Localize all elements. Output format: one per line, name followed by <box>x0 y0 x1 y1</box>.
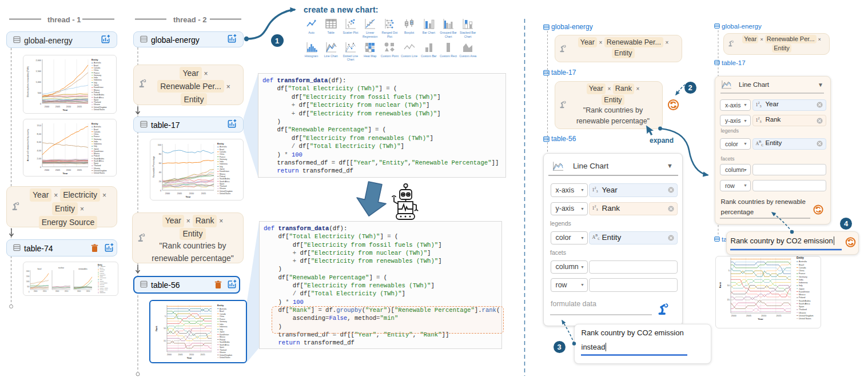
svg-text:2010: 2010 <box>189 192 194 195</box>
svg-text:100: 100 <box>158 144 161 146</box>
svg-text:15: 15 <box>727 298 730 301</box>
svg-text:Ukraine: Ukraine <box>799 312 806 314</box>
svg-text:nuclear: nuclear <box>58 267 64 269</box>
svg-text:Australia: Australia <box>220 308 226 310</box>
svg-text:0: 0 <box>40 103 41 105</box>
svg-text:2010: 2010 <box>66 106 71 108</box>
svg-text:80: 80 <box>159 153 161 155</box>
svg-text:Italy: Italy <box>220 328 223 331</box>
svg-text:500: 500 <box>27 286 30 288</box>
svg-text:c: c <box>564 45 566 48</box>
svg-text:Thailand: Thailand <box>799 308 807 311</box>
svg-text:Indonesia: Indonesia <box>799 282 808 284</box>
svg-text:Renewable Percentage: Renewable Percentage <box>153 156 155 177</box>
svg-text:1500: 1500 <box>26 275 30 278</box>
svg-text:2005: 2005 <box>55 169 60 171</box>
svg-text:2015: 2015 <box>77 106 82 108</box>
svg-text:Poland: Poland <box>220 339 225 341</box>
svg-text:Rank: Rank <box>719 282 722 288</box>
svg-text:fossil: fossil <box>38 268 42 270</box>
svg-text:Year: Year <box>63 109 68 111</box>
svg-text:Mexico: Mexico <box>799 294 805 296</box>
svg-text:60: 60 <box>159 162 161 165</box>
svg-text:13,0: 13,0 <box>37 125 41 127</box>
svg-text:United States: United States <box>220 356 230 359</box>
svg-text:2015: 2015 <box>77 169 82 171</box>
svg-text:Thailand: Thailand <box>100 292 106 294</box>
svg-text:5: 5 <box>165 315 166 318</box>
svg-text:40: 40 <box>159 171 161 174</box>
svg-text:Year: Year <box>758 318 763 320</box>
svg-text:1,500: 1,500 <box>35 70 41 73</box>
svg-text:2015: 2015 <box>777 314 782 317</box>
svg-text:2005: 2005 <box>55 106 60 108</box>
svg-text:2015: 2015 <box>201 192 206 195</box>
svg-text:Ukraine: Ukraine <box>220 351 226 354</box>
svg-text:15: 15 <box>164 340 166 342</box>
svg-text:China: China <box>799 270 804 272</box>
svg-text:500: 500 <box>38 92 41 94</box>
svg-text:Rank: Rank <box>156 325 158 331</box>
svg-text:renewables: renewables <box>78 268 87 270</box>
svg-text:Italy: Italy <box>799 284 803 287</box>
svg-text:United States: United States <box>799 318 811 320</box>
svg-text:2,00: 2,00 <box>37 158 41 160</box>
svg-text:c: c <box>564 101 566 104</box>
svg-text:Germany: Germany <box>799 276 807 278</box>
svg-text:Indonesia: Indonesia <box>220 326 228 328</box>
svg-text:Brazil: Brazil <box>799 264 804 266</box>
svg-text:Thailand: Thailand <box>220 349 226 351</box>
svg-text:Entity: Entity <box>91 122 98 125</box>
svg-text:1000: 1000 <box>26 280 30 283</box>
svg-text:Year: Year <box>63 172 68 175</box>
svg-text:Kazakhstan: Kazakhstan <box>799 291 810 293</box>
svg-text:Spain: Spain <box>220 346 224 348</box>
svg-text:5: 5 <box>728 269 730 272</box>
svg-text:2000: 2000 <box>167 354 172 356</box>
svg-text:2000: 2000 <box>45 106 49 108</box>
svg-text:2010: 2010 <box>86 290 90 292</box>
svg-text:Entity: Entity <box>217 142 224 145</box>
svg-text:United Kingdom: United Kingdom <box>799 315 814 317</box>
svg-text:10: 10 <box>164 327 166 330</box>
svg-text:2010: 2010 <box>66 169 71 171</box>
svg-text:Brazil: Brazil <box>220 310 224 312</box>
svg-text:4,00: 4,00 <box>37 150 41 152</box>
svg-text:France: France <box>799 272 805 275</box>
svg-text:1,000: 1,000 <box>35 81 41 83</box>
svg-text:2010: 2010 <box>43 290 47 292</box>
svg-text:Australia: Australia <box>799 260 807 263</box>
svg-text:2000: 2000 <box>45 169 49 171</box>
svg-text:United States: United States <box>94 172 105 174</box>
svg-text:2005: 2005 <box>178 354 182 356</box>
svg-text:China: China <box>220 315 224 318</box>
svg-text:2010: 2010 <box>189 354 194 356</box>
svg-text:Poland: Poland <box>799 296 805 299</box>
svg-text:c: c <box>145 79 146 83</box>
svg-text:Mexico: Mexico <box>220 336 225 338</box>
svg-text:South Africa: South Africa <box>799 303 810 305</box>
svg-text:United Kingdom: United Kingdom <box>220 354 232 356</box>
svg-text:Entity: Entity <box>797 256 804 259</box>
svg-text:Electricity from renewables (T: Electricity from renewables (TWh) <box>27 66 29 97</box>
svg-text:Entity: Entity <box>91 58 98 61</box>
svg-text:2010: 2010 <box>761 314 767 317</box>
svg-text:c: c <box>732 41 734 43</box>
svg-text:South Africa: South Africa <box>220 344 229 346</box>
svg-text:Canada: Canada <box>220 313 226 315</box>
svg-text:Spain: Spain <box>799 306 804 308</box>
svg-text:Kazakhstan: Kazakhstan <box>220 334 229 336</box>
svg-text:10: 10 <box>727 284 730 287</box>
svg-text:2000: 2000 <box>77 290 81 292</box>
svg-text:6,00: 6,00 <box>37 141 41 143</box>
svg-text:2000: 2000 <box>26 270 30 272</box>
svg-text:Japan: Japan <box>799 288 805 290</box>
svg-text:2000: 2000 <box>165 192 170 195</box>
svg-text:0: 0 <box>40 166 41 169</box>
svg-text:20: 20 <box>159 181 161 183</box>
svg-text:2000: 2000 <box>34 290 38 292</box>
svg-text:c: c <box>18 202 19 206</box>
svg-text:Germany: Germany <box>220 320 227 323</box>
svg-text:Canada: Canada <box>799 267 806 269</box>
svg-text:0: 0 <box>29 291 30 293</box>
